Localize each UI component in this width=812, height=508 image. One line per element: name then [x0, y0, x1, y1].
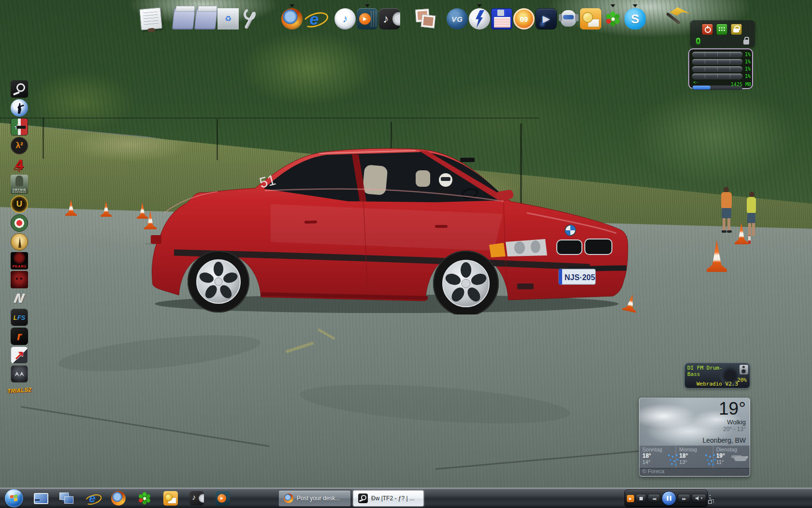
- pause-button[interactable]: [662, 491, 676, 506]
- system-monitor-gadget: 1% 1% 1% 1% <- 1425 MB: [688, 48, 753, 89]
- l4d-glyph: 4: [11, 156, 28, 173]
- forecast-day[interactable]: Montag 18° 13°: [676, 446, 713, 469]
- trials2-icon[interactable]: TRIALS2: [11, 384, 28, 397]
- fog-light: [517, 284, 534, 289]
- condition-label: Wolkig: [703, 418, 746, 426]
- folder-files-icon[interactable]: [194, 8, 218, 30]
- window-title: Ðw |TF2 - ƒ? | ...: [371, 495, 414, 502]
- side-mirror: [495, 189, 514, 201]
- webradio-gadget[interactable]: DI FM Drum- Bass 20% Webradio V2.3: [684, 363, 750, 388]
- day-of-defeat-icon[interactable]: ★: [11, 118, 28, 135]
- fear2-icon[interactable]: FEAR2: [11, 252, 28, 269]
- start-button[interactable]: [5, 489, 23, 508]
- counter-strike-icon[interactable]: [11, 99, 28, 117]
- outlook-icon[interactable]: [580, 8, 601, 30]
- firefox-icon[interactable]: [111, 491, 126, 506]
- internet-explorer-icon[interactable]: e: [85, 491, 100, 506]
- usage-label: 1%: [745, 66, 751, 72]
- weather-gadget[interactable]: 19° Wolkig 20° - 13° Leonberg, BW Sonnta…: [639, 398, 750, 477]
- lightning-icon[interactable]: [469, 8, 490, 30]
- vg-icon[interactable]: VG: [447, 8, 468, 30]
- lock-button[interactable]: [731, 24, 742, 35]
- switch-windows-icon[interactable]: [59, 491, 73, 506]
- forecast-day[interactable]: Sonntag 18° 14°: [639, 446, 676, 469]
- temp-range: 20° - 13°: [703, 426, 746, 433]
- media-player-orange-icon[interactable]: [216, 491, 230, 506]
- red-bmw-car: 51 NJS·205: [145, 140, 628, 314]
- icq-icon[interactable]: [602, 8, 624, 30]
- memory-label: 1425 MB: [731, 82, 751, 87]
- live-for-speed-icon[interactable]: LFS: [11, 309, 28, 326]
- forecast-day[interactable]: Dienstag 19° 11°: [713, 446, 750, 469]
- recycle-bin-icon[interactable]: [218, 8, 239, 30]
- play-glyph: ▶: [543, 14, 550, 24]
- driver-visor: [441, 177, 450, 181]
- internet-explorer-icon[interactable]: e: [304, 8, 325, 30]
- memory-fill: [693, 86, 710, 90]
- microphone-indicator-icon: [696, 38, 700, 45]
- headlight: [506, 239, 547, 256]
- trials2-glyph: TRIALS2: [10, 384, 29, 397]
- notes-icon[interactable]: [139, 7, 162, 30]
- teamspeak-icon[interactable]: [558, 8, 579, 30]
- ut-glyph: U: [12, 196, 27, 212]
- spectator-leg: [723, 218, 725, 231]
- outlook-icon[interactable]: [163, 491, 178, 506]
- next-button[interactable]: ▶▶: [678, 494, 690, 503]
- left-4-dead-icon[interactable]: 4: [11, 156, 28, 173]
- wrench-icon[interactable]: [240, 8, 261, 30]
- stop-button[interactable]: [636, 494, 646, 503]
- fence-post: [43, 118, 44, 159]
- game-shortcuts: ★ λ² 4 CRYSISWARHEAD U FEAR2 N LFS r ↗ T…: [11, 80, 30, 397]
- target-roundel-icon[interactable]: [11, 214, 28, 232]
- gold-medallion-icon[interactable]: [11, 233, 28, 251]
- folder-documents-icon[interactable]: [172, 8, 196, 30]
- usage-label: 1%: [745, 52, 751, 57]
- media-player-orange-icon[interactable]: [357, 8, 378, 30]
- fear2-alma-icon[interactable]: [11, 271, 28, 288]
- previous-button[interactable]: ◀◀: [648, 494, 660, 503]
- day-label: Sonntag: [642, 447, 676, 452]
- monitor-row: 1%: [691, 73, 750, 80]
- music-note-icon[interactable]: ♪: [379, 8, 400, 30]
- low-temp: 13°: [679, 459, 712, 465]
- race-arrow-icon[interactable]: ↗: [11, 346, 28, 364]
- day-label: Dienstag: [716, 447, 750, 452]
- rfactor-icon[interactable]: r: [11, 328, 28, 345]
- media-player-blue-icon[interactable]: ▶: [536, 8, 557, 30]
- spectator: [747, 192, 756, 235]
- spectator-leg: [748, 223, 751, 236]
- lock-indicator-icon: [743, 40, 749, 45]
- skype-icon[interactable]: S: [624, 8, 646, 30]
- itunes-icon[interactable]: ♪: [334, 8, 356, 30]
- show-desktop-icon[interactable]: [33, 491, 47, 506]
- taskbar: e ♪ Post your desk... Ðw |TF2 - ƒ? | ...…: [0, 488, 812, 508]
- taskbar-window-firefox[interactable]: Post your desk...: [278, 490, 351, 507]
- kidney-grille: [585, 239, 612, 254]
- toolbar-side-controls[interactable]: ▴▾: [708, 493, 712, 504]
- steam-icon[interactable]: [11, 80, 28, 98]
- spectator-leg: [752, 223, 755, 236]
- nero9-icon[interactable]: 09: [513, 8, 535, 30]
- volume-button[interactable]: ▾: [692, 494, 706, 503]
- crysis-warhead-icon[interactable]: CRYSISWARHEAD: [11, 175, 28, 194]
- photos-icon[interactable]: [415, 8, 436, 30]
- music-icon[interactable]: ♪: [189, 491, 204, 506]
- firefox-icon[interactable]: [281, 8, 303, 30]
- usage-bar: [692, 59, 742, 64]
- eagle-emblem-icon[interactable]: [11, 365, 28, 383]
- lambda-glyph: λ²: [12, 138, 27, 153]
- half-life-2-icon[interactable]: λ²: [11, 137, 28, 154]
- need-for-speed-icon[interactable]: N: [11, 290, 28, 307]
- fence-rail: [0, 118, 539, 119]
- taskbar-window-steam[interactable]: Ðw |TF2 - ƒ? | ...: [353, 490, 424, 507]
- keyboard-button[interactable]: [716, 24, 727, 35]
- skype-glyph: S: [631, 12, 639, 27]
- shutdown-button[interactable]: [702, 24, 713, 35]
- hammer-icon[interactable]: [661, 6, 691, 30]
- turn-signal: [489, 243, 506, 257]
- icq-icon[interactable]: [137, 491, 152, 506]
- wmp-icon[interactable]: [627, 495, 634, 502]
- floppy-disk-icon[interactable]: [491, 8, 512, 30]
- unreal-tournament-icon[interactable]: U: [11, 195, 28, 213]
